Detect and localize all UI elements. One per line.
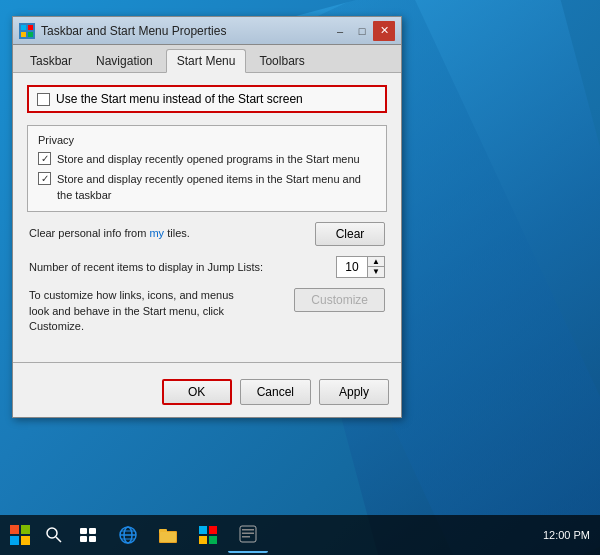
dialog-titlebar: Taskbar and Start Menu Properties – □ ✕ (13, 17, 401, 45)
clear-text: Clear personal info from my tiles. (29, 226, 190, 241)
customize-text: To customize how links, icons, and menus… (29, 288, 249, 334)
clock: 12:00 PM (543, 529, 590, 541)
jumplist-section: Number of recent items to display in Jum… (27, 256, 387, 278)
svg-line-9 (56, 537, 61, 542)
taskbar-taskview-button[interactable] (68, 517, 108, 553)
taskbar-store-button[interactable] (188, 517, 228, 553)
start-button[interactable] (4, 519, 36, 551)
close-button[interactable]: ✕ (373, 21, 395, 41)
svg-rect-10 (80, 528, 87, 534)
svg-rect-27 (242, 529, 254, 531)
dialog-divider (13, 362, 401, 363)
apply-button[interactable]: Apply (319, 379, 389, 405)
svg-rect-3 (28, 32, 33, 37)
taskbar: 12:00 PM (0, 515, 600, 555)
dialog-app-icon (19, 23, 35, 39)
tab-start-menu[interactable]: Start Menu (166, 49, 247, 73)
spinner-down-button[interactable]: ▼ (368, 267, 384, 277)
svg-rect-7 (21, 536, 30, 545)
svg-rect-6 (10, 536, 19, 545)
minimize-button[interactable]: – (329, 21, 351, 41)
taskbar-active-app-button[interactable] (228, 517, 268, 553)
taskbar-ie-button[interactable] (108, 517, 148, 553)
dialog-content: Use the Start menu instead of the Start … (13, 73, 401, 354)
start-menu-option-label: Use the Start menu instead of the Start … (56, 92, 303, 106)
taskbar-search-button[interactable] (40, 517, 68, 553)
svg-rect-4 (10, 525, 19, 534)
taskbar-explorer-button[interactable] (148, 517, 188, 553)
customize-button[interactable]: Customize (294, 288, 385, 312)
svg-rect-0 (21, 25, 26, 30)
start-menu-option-container: Use the Start menu instead of the Start … (27, 85, 387, 113)
svg-rect-11 (89, 528, 96, 534)
tab-bar: Taskbar Navigation Start Menu Toolbars (13, 45, 401, 73)
jumplist-input[interactable] (337, 257, 367, 277)
start-menu-checkbox[interactable] (37, 93, 50, 106)
svg-rect-1 (28, 25, 33, 30)
svg-point-8 (47, 528, 57, 538)
dialog-window: Taskbar and Start Menu Properties – □ ✕ … (12, 16, 402, 418)
privacy-option2-label: Store and display recently opened items … (57, 172, 376, 203)
svg-rect-25 (209, 536, 217, 544)
privacy-option2-row: Store and display recently opened items … (38, 172, 376, 203)
privacy-checkbox1[interactable] (38, 152, 51, 165)
spinner-buttons: ▲ ▼ (367, 257, 384, 277)
svg-rect-28 (242, 533, 254, 535)
spinner-up-button[interactable]: ▲ (368, 257, 384, 267)
tab-navigation[interactable]: Navigation (85, 49, 164, 72)
cancel-button[interactable]: Cancel (240, 379, 311, 405)
dialog-footer: OK Cancel Apply (13, 371, 401, 417)
privacy-group: Privacy Store and display recently opene… (27, 125, 387, 212)
svg-rect-21 (160, 532, 176, 542)
svg-rect-12 (80, 536, 87, 542)
dialog-title: Taskbar and Start Menu Properties (41, 24, 329, 38)
jumplist-spinner: ▲ ▼ (336, 256, 385, 278)
taskbar-tray: 12:00 PM (537, 515, 596, 555)
svg-rect-2 (21, 32, 26, 37)
tab-toolbars[interactable]: Toolbars (248, 49, 315, 72)
svg-rect-13 (89, 536, 96, 542)
tab-taskbar[interactable]: Taskbar (19, 49, 83, 72)
svg-rect-24 (199, 536, 207, 544)
privacy-checkbox2[interactable] (38, 172, 51, 185)
svg-rect-23 (209, 526, 217, 534)
privacy-group-label: Privacy (38, 134, 376, 146)
privacy-option1-row: Store and display recently opened progra… (38, 152, 376, 167)
privacy-option1-label: Store and display recently opened progra… (57, 152, 360, 167)
my-link[interactable]: my (149, 227, 164, 239)
ok-button[interactable]: OK (162, 379, 232, 405)
svg-rect-22 (199, 526, 207, 534)
clear-section: Clear personal info from my tiles. Clear (27, 222, 387, 246)
clear-button[interactable]: Clear (315, 222, 385, 246)
jumplist-label: Number of recent items to display in Jum… (29, 261, 263, 273)
maximize-button[interactable]: □ (351, 21, 373, 41)
customize-section: To customize how links, icons, and menus… (27, 288, 387, 334)
svg-rect-29 (242, 536, 250, 538)
svg-rect-5 (21, 525, 30, 534)
